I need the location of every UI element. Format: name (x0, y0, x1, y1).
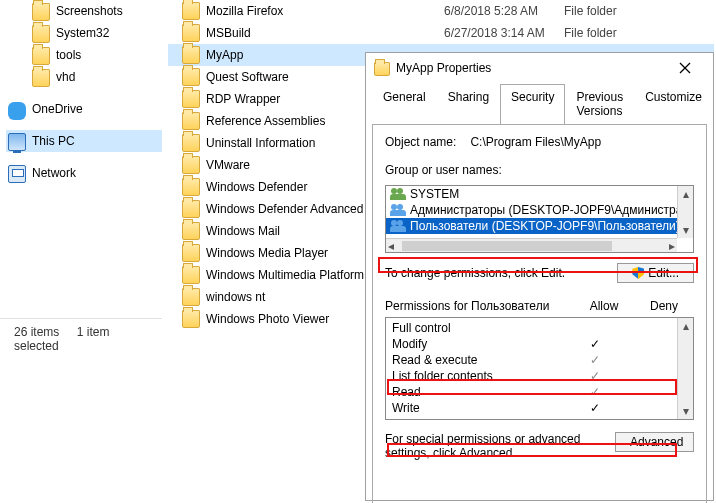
title-bar: MyApp Properties (366, 53, 713, 83)
tree-item-label: OneDrive (32, 102, 83, 116)
tree-item[interactable]: System32 (30, 22, 162, 44)
scroll-up-icon[interactable]: ▴ (678, 318, 693, 334)
permission-label: List folder contents (392, 369, 567, 383)
folder-icon (182, 288, 200, 306)
object-path: C:\Program Files\MyApp (470, 135, 601, 149)
allow-check-icon: ✓ (567, 369, 622, 383)
tree-item-label: System32 (56, 26, 109, 40)
object-name-label: Object name: (385, 135, 456, 149)
group-name: SYSTEM (410, 187, 459, 201)
permission-label: Write (392, 401, 567, 415)
tree-item[interactable]: This PC (6, 130, 162, 152)
file-row[interactable]: Mozilla Firefox6/8/2018 5:28 AMFile fold… (168, 0, 714, 22)
folder-icon (182, 178, 200, 196)
folder-icon (182, 24, 200, 42)
users-icon (390, 220, 406, 232)
group-row[interactable]: SYSTEM (386, 186, 677, 202)
shield-icon (632, 267, 644, 279)
tab-customize[interactable]: Customize (634, 84, 713, 125)
allow-check-icon: ✓ (567, 385, 622, 399)
folder-icon (374, 62, 390, 76)
deny-header: Deny (634, 299, 694, 313)
groups-label: Group or user names: (385, 163, 694, 177)
edit-hint: To change permissions, click Edit. (385, 266, 565, 280)
net-icon (8, 165, 26, 183)
permission-row: List folder contents✓ (392, 368, 677, 384)
folder-icon (182, 90, 200, 108)
scroll-left-icon[interactable]: ◂ (388, 239, 394, 253)
file-row[interactable]: MSBuild6/27/2018 3:14 AMFile folder (168, 22, 714, 44)
scroll-thumb[interactable] (402, 241, 612, 251)
tab-security[interactable]: Security (500, 84, 565, 125)
status-bar: 26 items 1 item selected (0, 318, 162, 359)
permission-row: Full control (392, 320, 677, 336)
folder-icon (32, 3, 50, 21)
file-name: MSBuild (206, 26, 444, 40)
permissions-for-label: Permissions for Пользователи (385, 299, 574, 313)
tree-item-label: tools (56, 48, 81, 62)
pc-icon (8, 133, 26, 151)
scroll-down-icon[interactable]: ▾ (678, 403, 693, 419)
file-type: File folder (564, 26, 714, 40)
users-icon (390, 188, 406, 200)
group-name: Пользователи (DESKTOP-JOPF9\Пользователи… (410, 219, 677, 233)
advanced-button[interactable]: Advanced (615, 432, 694, 452)
group-row[interactable]: Пользователи (DESKTOP-JOPF9\Пользователи… (386, 218, 677, 234)
folder-icon (182, 266, 200, 284)
tree-item-label: This PC (32, 134, 75, 148)
scroll-up-icon[interactable]: ▴ (678, 186, 693, 202)
file-date: 6/27/2018 3:14 AM (444, 26, 564, 40)
users-icon (390, 204, 406, 216)
permission-label: Read (392, 385, 567, 399)
folder-icon (182, 200, 200, 218)
folder-icon (182, 244, 200, 262)
scrollbar-vertical[interactable]: ▴ ▾ (677, 186, 693, 238)
tab-general[interactable]: General (372, 84, 437, 125)
file-name: Mozilla Firefox (206, 4, 444, 18)
tree-item[interactable]: vhd (30, 66, 162, 88)
permission-label: Read & execute (392, 353, 567, 367)
scroll-right-icon[interactable]: ▸ (669, 239, 675, 253)
tab-body-security: Object name: C:\Program Files\MyApp Grou… (372, 124, 707, 503)
scrollbar-horizontal[interactable]: ◂ ▸ (386, 238, 677, 252)
tree-item[interactable]: tools (30, 44, 162, 66)
folder-icon (32, 47, 50, 65)
status-count: 26 items (14, 325, 59, 339)
folder-icon (182, 156, 200, 174)
allow-check-icon: ✓ (567, 401, 622, 415)
edit-button[interactable]: Edit... (617, 263, 694, 283)
onedrive-icon (8, 102, 26, 120)
tree-item-label: Screenshots (56, 4, 123, 18)
allow-header: Allow (574, 299, 634, 313)
allow-check-icon: ✓ (567, 337, 622, 351)
tree-item-label: Network (32, 166, 76, 180)
tab-previous-versions[interactable]: Previous Versions (565, 84, 634, 125)
permission-row: Modify✓ (392, 336, 677, 352)
advanced-hint: For special permissions or advanced sett… (385, 432, 605, 460)
folder-icon (32, 69, 50, 87)
permission-row: Write✓ (392, 400, 677, 416)
group-name: Администраторы (DESKTOP-JOPF9\Администра… (410, 203, 677, 217)
scrollbar-vertical[interactable]: ▴ ▾ (677, 318, 693, 419)
tab-sharing[interactable]: Sharing (437, 84, 500, 125)
close-button[interactable] (665, 53, 705, 83)
folder-icon (182, 46, 200, 64)
file-date: 6/8/2018 5:28 AM (444, 4, 564, 18)
allow-check-icon: ✓ (567, 353, 622, 367)
folder-icon (182, 68, 200, 86)
permission-label: Full control (392, 321, 567, 335)
tree-item[interactable]: OneDrive (6, 98, 162, 120)
permissions-list: Full controlModify✓Read & execute✓List f… (385, 317, 694, 420)
dialog-title: MyApp Properties (396, 61, 491, 75)
tree-item[interactable]: Screenshots (30, 0, 162, 22)
properties-dialog: MyApp Properties GeneralSharingSecurityP… (365, 52, 714, 501)
group-row[interactable]: Администраторы (DESKTOP-JOPF9\Администра… (386, 202, 677, 218)
folder-icon (182, 134, 200, 152)
folder-icon (32, 25, 50, 43)
folder-icon (182, 310, 200, 328)
scroll-down-icon[interactable]: ▾ (678, 222, 693, 238)
tree-item[interactable]: Network (6, 162, 162, 184)
folder-icon (182, 2, 200, 20)
group-list[interactable]: SYSTEMАдминистраторы (DESKTOP-JOPF9\Адми… (385, 185, 694, 253)
folder-icon (182, 222, 200, 240)
